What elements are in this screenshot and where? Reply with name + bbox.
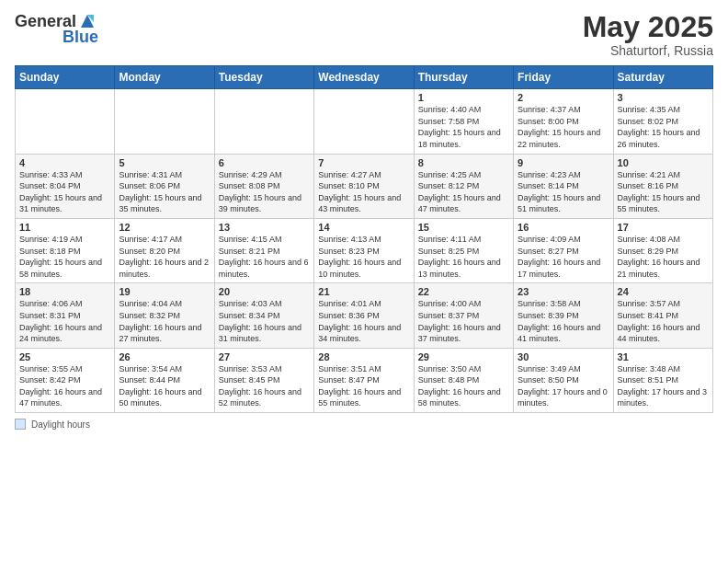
day-number: 20 — [219, 286, 310, 297]
day-number: 25 — [19, 351, 110, 362]
calendar-header-tuesday: Tuesday — [214, 66, 313, 89]
day-number: 16 — [518, 222, 609, 233]
day-number: 2 — [518, 92, 609, 103]
calendar-cell: 29Sunrise: 3:50 AM Sunset: 8:48 PM Dayli… — [414, 348, 513, 412]
calendar-header-row: SundayMondayTuesdayWednesdayThursdayFrid… — [16, 66, 713, 89]
calendar-cell: 7Sunrise: 4:27 AM Sunset: 8:10 PM Daylig… — [314, 154, 414, 218]
day-info: Sunrise: 4:17 AM Sunset: 8:20 PM Dayligh… — [119, 234, 210, 280]
main-title: May 2025 — [583, 11, 713, 43]
calendar-cell: 25Sunrise: 3:55 AM Sunset: 8:42 PM Dayli… — [16, 348, 115, 412]
calendar-header-wednesday: Wednesday — [314, 66, 414, 89]
footer-label: Daylight hours — [31, 419, 90, 430]
day-info: Sunrise: 4:29 AM Sunset: 8:08 PM Dayligh… — [219, 169, 310, 215]
day-number: 7 — [318, 157, 409, 168]
day-info: Sunrise: 4:31 AM Sunset: 8:06 PM Dayligh… — [119, 169, 210, 215]
day-info: Sunrise: 4:01 AM Sunset: 8:36 PM Dayligh… — [318, 298, 409, 344]
calendar-cell — [16, 89, 115, 154]
day-info: Sunrise: 4:40 AM Sunset: 7:58 PM Dayligh… — [418, 104, 509, 150]
day-number: 15 — [418, 222, 509, 233]
day-number: 13 — [219, 222, 310, 233]
calendar-table: SundayMondayTuesdayWednesdayThursdayFrid… — [15, 65, 713, 413]
calendar-cell: 28Sunrise: 3:51 AM Sunset: 8:47 PM Dayli… — [314, 348, 414, 412]
day-info: Sunrise: 4:06 AM Sunset: 8:31 PM Dayligh… — [19, 298, 110, 344]
day-number: 6 — [219, 157, 310, 168]
daylight-box — [15, 419, 26, 430]
calendar-cell: 13Sunrise: 4:15 AM Sunset: 8:21 PM Dayli… — [214, 218, 313, 282]
calendar-cell: 22Sunrise: 4:00 AM Sunset: 8:37 PM Dayli… — [414, 283, 513, 348]
day-info: Sunrise: 3:51 AM Sunset: 8:47 PM Dayligh… — [318, 363, 409, 409]
logo: General Blue — [15, 11, 98, 47]
day-info: Sunrise: 3:55 AM Sunset: 8:42 PM Dayligh… — [19, 363, 110, 409]
calendar-cell — [314, 89, 414, 154]
calendar-week-4: 18Sunrise: 4:06 AM Sunset: 8:31 PM Dayli… — [16, 283, 713, 348]
day-number: 22 — [418, 286, 509, 297]
calendar-cell: 10Sunrise: 4:21 AM Sunset: 8:16 PM Dayli… — [613, 154, 712, 218]
calendar-week-2: 4Sunrise: 4:33 AM Sunset: 8:04 PM Daylig… — [16, 154, 713, 218]
day-number: 28 — [318, 351, 409, 362]
calendar-cell: 5Sunrise: 4:31 AM Sunset: 8:06 PM Daylig… — [115, 154, 214, 218]
calendar-cell: 23Sunrise: 3:58 AM Sunset: 8:39 PM Dayli… — [514, 283, 613, 348]
day-number: 11 — [19, 222, 110, 233]
day-info: Sunrise: 3:58 AM Sunset: 8:39 PM Dayligh… — [518, 298, 609, 344]
calendar-cell: 24Sunrise: 3:57 AM Sunset: 8:41 PM Dayli… — [613, 283, 712, 348]
logo-blue: Blue — [63, 28, 98, 47]
day-info: Sunrise: 4:15 AM Sunset: 8:21 PM Dayligh… — [219, 234, 310, 280]
day-number: 24 — [618, 286, 709, 297]
day-info: Sunrise: 4:04 AM Sunset: 8:32 PM Dayligh… — [119, 298, 210, 344]
day-info: Sunrise: 4:35 AM Sunset: 8:02 PM Dayligh… — [618, 104, 709, 150]
day-number: 5 — [119, 157, 210, 168]
day-info: Sunrise: 4:08 AM Sunset: 8:29 PM Dayligh… — [618, 234, 709, 280]
subtitle: Shaturtorf, Russia — [583, 43, 713, 58]
day-info: Sunrise: 4:21 AM Sunset: 8:16 PM Dayligh… — [618, 169, 709, 215]
calendar-header-friday: Friday — [514, 66, 613, 89]
calendar-cell: 20Sunrise: 4:03 AM Sunset: 8:34 PM Dayli… — [214, 283, 313, 348]
day-info: Sunrise: 3:57 AM Sunset: 8:41 PM Dayligh… — [618, 298, 709, 344]
calendar-cell: 9Sunrise: 4:23 AM Sunset: 8:14 PM Daylig… — [514, 154, 613, 218]
calendar-cell: 18Sunrise: 4:06 AM Sunset: 8:31 PM Dayli… — [16, 283, 115, 348]
calendar-week-3: 11Sunrise: 4:19 AM Sunset: 8:18 PM Dayli… — [16, 218, 713, 282]
day-number: 12 — [119, 222, 210, 233]
day-info: Sunrise: 4:27 AM Sunset: 8:10 PM Dayligh… — [318, 169, 409, 215]
calendar-header-thursday: Thursday — [414, 66, 513, 89]
day-info: Sunrise: 3:50 AM Sunset: 8:48 PM Dayligh… — [418, 363, 509, 409]
calendar-cell: 16Sunrise: 4:09 AM Sunset: 8:27 PM Dayli… — [514, 218, 613, 282]
calendar-cell: 2Sunrise: 4:37 AM Sunset: 8:00 PM Daylig… — [514, 89, 613, 154]
footer-note: Daylight hours — [15, 419, 713, 430]
day-number: 27 — [219, 351, 310, 362]
calendar-week-1: 1Sunrise: 4:40 AM Sunset: 7:58 PM Daylig… — [16, 89, 713, 154]
day-number: 18 — [19, 286, 110, 297]
day-number: 23 — [518, 286, 609, 297]
calendar-cell: 3Sunrise: 4:35 AM Sunset: 8:02 PM Daylig… — [613, 89, 712, 154]
day-info: Sunrise: 4:03 AM Sunset: 8:34 PM Dayligh… — [219, 298, 310, 344]
calendar-cell: 17Sunrise: 4:08 AM Sunset: 8:29 PM Dayli… — [613, 218, 712, 282]
calendar-cell: 30Sunrise: 3:49 AM Sunset: 8:50 PM Dayli… — [514, 348, 613, 412]
day-info: Sunrise: 4:00 AM Sunset: 8:37 PM Dayligh… — [418, 298, 509, 344]
calendar-cell: 6Sunrise: 4:29 AM Sunset: 8:08 PM Daylig… — [214, 154, 313, 218]
day-info: Sunrise: 4:09 AM Sunset: 8:27 PM Dayligh… — [518, 234, 609, 280]
day-number: 17 — [618, 222, 709, 233]
calendar-header-saturday: Saturday — [613, 66, 712, 89]
day-number: 3 — [618, 92, 709, 103]
day-info: Sunrise: 4:13 AM Sunset: 8:23 PM Dayligh… — [318, 234, 409, 280]
calendar-cell: 19Sunrise: 4:04 AM Sunset: 8:32 PM Dayli… — [115, 283, 214, 348]
day-info: Sunrise: 3:53 AM Sunset: 8:45 PM Dayligh… — [219, 363, 310, 409]
calendar-cell: 8Sunrise: 4:25 AM Sunset: 8:12 PM Daylig… — [414, 154, 513, 218]
calendar-cell: 27Sunrise: 3:53 AM Sunset: 8:45 PM Dayli… — [214, 348, 313, 412]
day-number: 1 — [418, 92, 509, 103]
day-info: Sunrise: 3:49 AM Sunset: 8:50 PM Dayligh… — [518, 363, 609, 409]
calendar-cell: 21Sunrise: 4:01 AM Sunset: 8:36 PM Dayli… — [314, 283, 414, 348]
calendar-cell: 15Sunrise: 4:11 AM Sunset: 8:25 PM Dayli… — [414, 218, 513, 282]
day-info: Sunrise: 3:54 AM Sunset: 8:44 PM Dayligh… — [119, 363, 210, 409]
calendar-cell: 26Sunrise: 3:54 AM Sunset: 8:44 PM Dayli… — [115, 348, 214, 412]
calendar-cell — [115, 89, 214, 154]
day-number: 31 — [618, 351, 709, 362]
day-info: Sunrise: 4:23 AM Sunset: 8:14 PM Dayligh… — [518, 169, 609, 215]
calendar-cell: 1Sunrise: 4:40 AM Sunset: 7:58 PM Daylig… — [414, 89, 513, 154]
day-info: Sunrise: 3:48 AM Sunset: 8:51 PM Dayligh… — [618, 363, 709, 409]
calendar-cell: 11Sunrise: 4:19 AM Sunset: 8:18 PM Dayli… — [16, 218, 115, 282]
calendar-week-5: 25Sunrise: 3:55 AM Sunset: 8:42 PM Dayli… — [16, 348, 713, 412]
day-info: Sunrise: 4:19 AM Sunset: 8:18 PM Dayligh… — [19, 234, 110, 280]
calendar-header-sunday: Sunday — [16, 66, 115, 89]
day-number: 8 — [418, 157, 509, 168]
day-info: Sunrise: 4:25 AM Sunset: 8:12 PM Dayligh… — [418, 169, 509, 215]
